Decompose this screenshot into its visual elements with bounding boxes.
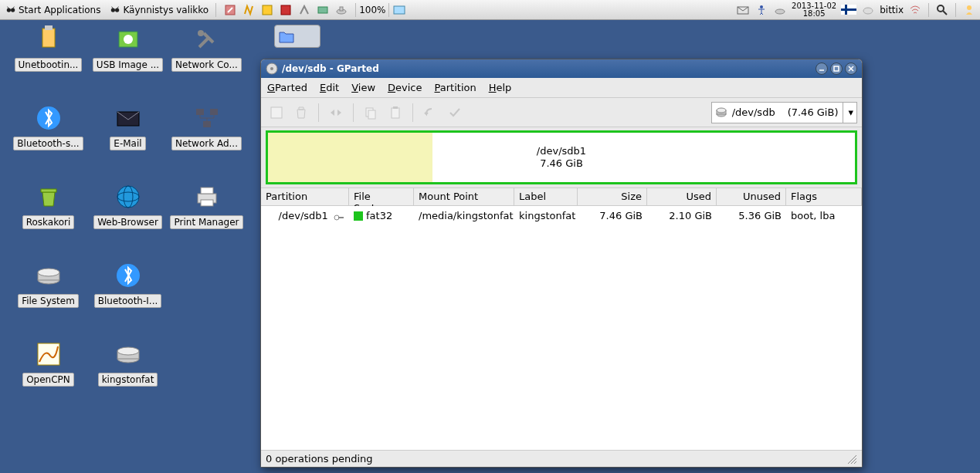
col-partition[interactable]: Partition	[261, 188, 349, 205]
svg-rect-55	[368, 110, 375, 119]
disk-icon[interactable]	[773, 3, 787, 17]
search-icon[interactable]	[935, 3, 949, 17]
partition-used-fill	[268, 133, 432, 182]
window-title: /dev/sdb - GParted	[282, 63, 379, 74]
minimize-button[interactable]	[816, 63, 828, 75]
desktop-icon[interactable]: Print Manager	[170, 181, 243, 232]
desktop-icon[interactable]: Unetbootin...	[12, 24, 85, 75]
svg-line-65	[854, 461, 856, 464]
statusbar: 0 operations pending	[261, 450, 862, 467]
wifi-icon[interactable]	[908, 3, 922, 17]
desktop-icon-label: Network Ad...	[171, 137, 242, 150]
delete-button[interactable]	[290, 102, 312, 123]
tray-app-icon[interactable]	[242, 3, 256, 17]
ant-icon	[110, 5, 120, 15]
partition-table[interactable]: /dev/sdb1 fat32 /media/kingstonfat kings…	[261, 206, 862, 450]
col-used[interactable]: Used	[647, 188, 717, 205]
menu-view[interactable]: View	[351, 82, 375, 93]
svg-point-18	[863, 8, 873, 14]
svg-rect-9	[263, 5, 272, 15]
svg-rect-29	[196, 109, 204, 115]
desktop-icon[interactable]: E-Mail	[91, 103, 164, 154]
close-button[interactable]	[845, 63, 857, 75]
device-size: (7.46 GiB)	[788, 106, 839, 118]
titlebar[interactable]: /dev/sdb - GParted	[261, 59, 862, 78]
tray-app-icon[interactable]	[279, 3, 293, 17]
desktop-icon[interactable]: Roskakori	[12, 181, 85, 232]
maximize-button[interactable]	[830, 63, 843, 75]
resize-grip-icon[interactable]	[846, 454, 857, 465]
desktop-icon[interactable]: Network Ad...	[170, 103, 243, 154]
apply-button[interactable]	[444, 102, 466, 123]
mail-icon[interactable]	[736, 3, 750, 17]
start-applications-menu[interactable]: Start Applications	[2, 3, 104, 17]
desktop-icon[interactable]: Web-Browser	[91, 181, 164, 232]
tray-app-icon[interactable]	[260, 3, 274, 17]
menu-edit[interactable]: Edit	[320, 82, 339, 93]
desktop-icon-label: File System	[18, 294, 79, 308]
undo-button[interactable]	[419, 102, 441, 123]
tray-app-icon[interactable]	[297, 3, 311, 17]
file-manager-window[interactable]	[274, 25, 320, 48]
row-label: kingstonfat	[514, 208, 578, 224]
desktop-icon[interactable]: Bluetooth-s...	[12, 103, 85, 154]
desktop-icon-label: Bluetooth-I...	[94, 294, 162, 308]
desktop-icon[interactable]: File System	[12, 260, 85, 311]
tray-app-icon[interactable]	[316, 3, 330, 17]
svg-rect-32	[41, 189, 56, 192]
col-size[interactable]: Size	[578, 188, 647, 205]
disk-icon	[33, 260, 64, 291]
desktop[interactable]: Unetbootin...USB Image ...Network Co...B…	[0, 20, 980, 473]
start-menu-fi-label: Käynnistys valikko	[123, 5, 209, 15]
start-menu-fi[interactable]: Käynnistys valikko	[106, 3, 212, 17]
gparted-icon	[266, 63, 278, 75]
chart-icon	[33, 339, 64, 370]
col-mountpoint[interactable]: Mount Point	[414, 188, 514, 205]
device-name: /dev/sdb	[732, 106, 775, 118]
clock-time: 18:05	[792, 10, 836, 18]
user-label[interactable]: bittix	[880, 5, 904, 15]
col-filesystem[interactable]: File System	[349, 188, 414, 205]
table-row[interactable]: /dev/sdb1 fat32 /media/kingstonfat kings…	[261, 206, 862, 225]
tray-app-icon[interactable]	[223, 3, 237, 17]
tray-app-icon[interactable]	[334, 3, 348, 17]
desktop-icon[interactable]: kingstonfat	[91, 339, 164, 390]
svg-point-48	[270, 67, 273, 70]
accessibility-icon[interactable]	[754, 3, 768, 17]
col-unused[interactable]: Unused	[717, 188, 786, 205]
col-flags[interactable]: Flags	[786, 188, 862, 205]
desktop-icon[interactable]: OpenCPN	[12, 339, 85, 390]
logout-icon[interactable]	[962, 3, 976, 17]
svg-point-25	[124, 35, 133, 44]
resize-button[interactable]	[325, 102, 347, 123]
desktop-icon-label: USB Image ...	[93, 58, 163, 72]
weather-icon[interactable]	[861, 3, 875, 17]
col-label[interactable]: Label	[514, 188, 578, 205]
clock[interactable]: 2013-11-02 18:05	[792, 2, 836, 18]
row-partition: /dev/sdb1	[279, 210, 328, 221]
clock-date: 2013-11-02	[792, 2, 836, 10]
desktop-icon-label: Print Manager	[170, 215, 242, 229]
battery-percent[interactable]: 100%	[359, 5, 385, 15]
copy-button[interactable]	[360, 102, 381, 123]
usb2-icon	[113, 24, 144, 55]
menu-device[interactable]: Device	[388, 82, 422, 93]
start-applications-label: Start Applications	[19, 5, 100, 15]
device-selector[interactable]: /dev/sdb (7.46 GiB) ▾	[711, 102, 857, 123]
row-fs: fat32	[366, 210, 392, 221]
menu-gparted[interactable]: GParted	[267, 82, 307, 93]
desktop-icon[interactable]: Network Co...	[170, 24, 243, 75]
menu-partition[interactable]: Partition	[435, 82, 476, 93]
svg-rect-62	[338, 217, 344, 218]
desktop-icon[interactable]: Bluetooth-I...	[91, 260, 164, 311]
desktop-icon-label: Bluetooth-s...	[13, 137, 83, 150]
taskbar-window-button[interactable]	[392, 3, 406, 17]
paste-button[interactable]	[385, 102, 406, 123]
new-button[interactable]	[266, 102, 287, 123]
svg-rect-56	[392, 108, 399, 118]
partition-map[interactable]: /dev/sdb1 7.46 GiB	[266, 130, 857, 184]
desktop-icon[interactable]: USB Image ...	[91, 24, 164, 75]
flag-finland-icon[interactable]	[841, 5, 856, 15]
lock-icon	[334, 212, 344, 220]
menu-help[interactable]: Help	[489, 82, 512, 93]
